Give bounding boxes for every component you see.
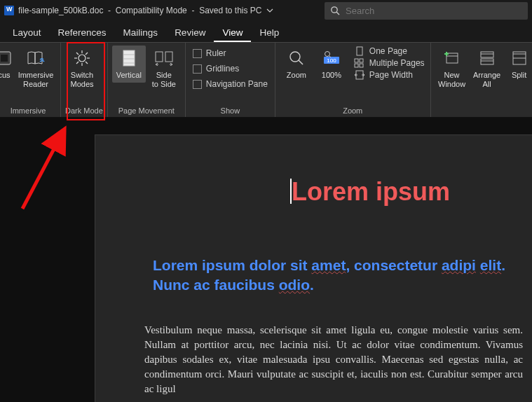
side-to-side-button[interactable]: Side to Side xyxy=(147,46,181,92)
ribbon: cus Immersive Reader Immersive Switch xyxy=(0,42,532,118)
group-label-show: Show xyxy=(190,105,271,117)
split-icon xyxy=(510,48,529,68)
arrange-all-button[interactable]: Arrange All xyxy=(470,46,504,92)
pct100-icon: 100 xyxy=(322,48,341,68)
vertical-button[interactable]: Vertical xyxy=(112,46,146,83)
svg-line-12 xyxy=(86,53,88,55)
focus-label: cus xyxy=(0,71,11,80)
one-page-button[interactable]: One Page xyxy=(353,46,426,57)
new-window-button[interactable]: New Window xyxy=(435,46,469,92)
svg-rect-17 xyxy=(156,52,163,62)
zoom-icon xyxy=(287,48,306,68)
search-input[interactable] xyxy=(346,6,522,16)
focus-icon xyxy=(0,48,14,68)
document-heading[interactable]: Lorem ipsum xyxy=(292,177,532,207)
focus-button[interactable]: cus xyxy=(0,46,14,83)
svg-rect-13 xyxy=(123,50,135,66)
svg-rect-34 xyxy=(481,59,493,64)
page-width-icon xyxy=(354,70,365,80)
group-window: New Window Arrange All Split xyxy=(431,43,532,117)
navigation-pane-checkbox[interactable]: Navigation Pane xyxy=(190,78,271,90)
svg-rect-29 xyxy=(360,64,363,67)
ruler-checkbox[interactable]: Ruler xyxy=(190,47,271,60)
chevron-down-icon[interactable] xyxy=(266,8,273,13)
split-button[interactable]: Split xyxy=(505,46,532,83)
tab-mailings[interactable]: Mailings xyxy=(115,25,167,42)
side-to-side-icon xyxy=(154,48,174,68)
ribbon-tabs: Layout References Mailings Review View H… xyxy=(0,21,532,42)
group-label-zoom: Zoom xyxy=(280,105,426,117)
arrange-all-label: Arrange All xyxy=(473,71,500,89)
vertical-label: Vertical xyxy=(116,71,142,80)
svg-point-19 xyxy=(290,52,300,62)
group-label-page-movement: Page Movement xyxy=(112,105,181,117)
compat-mode: Compatibility Mode xyxy=(116,6,187,15)
pct100-button[interactable]: 100 100% xyxy=(315,46,348,83)
title-bar: file-sample_500kB.doc - Compatibility Mo… xyxy=(0,0,532,21)
vertical-icon xyxy=(119,48,139,68)
svg-rect-33 xyxy=(481,52,493,57)
svg-point-4 xyxy=(79,55,86,62)
checkbox-icon xyxy=(193,64,202,74)
svg-line-9 xyxy=(76,53,79,55)
svg-rect-28 xyxy=(355,64,358,67)
page-width-button[interactable]: Page Width xyxy=(353,69,426,81)
switch-modes-button[interactable]: Switch Modes xyxy=(65,46,99,92)
app-icon xyxy=(4,6,14,15)
tab-view[interactable]: View xyxy=(214,25,251,42)
gridlines-checkbox[interactable]: Gridlines xyxy=(190,62,271,75)
tab-references[interactable]: References xyxy=(50,25,115,42)
search-icon xyxy=(330,6,340,15)
arrange-all-icon xyxy=(477,48,497,68)
checkbox-icon xyxy=(193,49,202,58)
group-show: Ruler Gridlines Navigation Pane Show xyxy=(186,43,275,117)
document-surface[interactable]: Lorem ipsum Lorem ipsum dolor sit amet, … xyxy=(0,118,532,402)
svg-rect-27 xyxy=(360,59,363,62)
immersive-reader-button[interactable]: Immersive Reader xyxy=(15,46,56,92)
group-label-immersive: Immersive xyxy=(0,105,56,117)
svg-line-10 xyxy=(86,62,88,64)
svg-point-23 xyxy=(325,52,329,57)
switch-modes-label: Switch Modes xyxy=(70,71,93,89)
multiple-pages-button[interactable]: Multiple Pages xyxy=(353,57,426,69)
text-cursor xyxy=(290,179,292,204)
group-label-window xyxy=(435,105,532,117)
tab-review[interactable]: Review xyxy=(166,25,214,42)
group-zoom: Zoom 100 100% One Page Multiple Pages xyxy=(275,43,431,117)
tab-help[interactable]: Help xyxy=(251,25,287,42)
checkbox-icon xyxy=(193,80,202,89)
one-page-icon xyxy=(354,46,365,56)
svg-rect-31 xyxy=(446,53,458,63)
new-window-icon xyxy=(442,48,462,68)
svg-text:100: 100 xyxy=(327,57,336,64)
svg-rect-3 xyxy=(1,55,8,62)
group-page-movement: Vertical Side to Side Page Movement xyxy=(108,43,186,117)
split-label: Split xyxy=(512,71,526,80)
pct100-label: 100% xyxy=(322,71,341,80)
svg-point-0 xyxy=(332,7,337,13)
svg-line-1 xyxy=(336,12,339,15)
save-state: Saved to this PC xyxy=(199,6,261,15)
document-body[interactable]: Vestibulum neque massa, scelerisque sit … xyxy=(144,323,523,396)
svg-rect-18 xyxy=(165,52,172,62)
title-text: file-sample_500kB.doc - Compatibility Mo… xyxy=(18,6,262,15)
new-window-label: New Window xyxy=(438,71,465,89)
group-immersive: cus Immersive Reader Immersive xyxy=(0,43,61,117)
multiple-pages-icon xyxy=(354,58,365,68)
svg-rect-26 xyxy=(355,59,358,62)
side-to-side-label: Side to Side xyxy=(152,71,176,89)
zoom-button[interactable]: Zoom xyxy=(280,46,313,83)
immersive-reader-icon xyxy=(26,48,46,68)
zoom-label: Zoom xyxy=(287,71,306,80)
tab-layout[interactable]: Layout xyxy=(4,25,50,42)
immersive-reader-label: Immersive Reader xyxy=(18,71,54,89)
word-window: file-sample_500kB.doc - Compatibility Mo… xyxy=(0,0,532,402)
document-subheading[interactable]: Lorem ipsum dolor sit amet, consectetur … xyxy=(153,256,531,295)
group-label-dark-mode: Dark Mode xyxy=(65,105,103,117)
svg-line-20 xyxy=(299,60,303,64)
svg-line-11 xyxy=(76,62,79,64)
search-box[interactable] xyxy=(325,2,528,20)
svg-rect-25 xyxy=(357,47,362,55)
sun-icon xyxy=(72,48,92,68)
page: Lorem ipsum Lorem ipsum dolor sit amet, … xyxy=(95,134,532,402)
